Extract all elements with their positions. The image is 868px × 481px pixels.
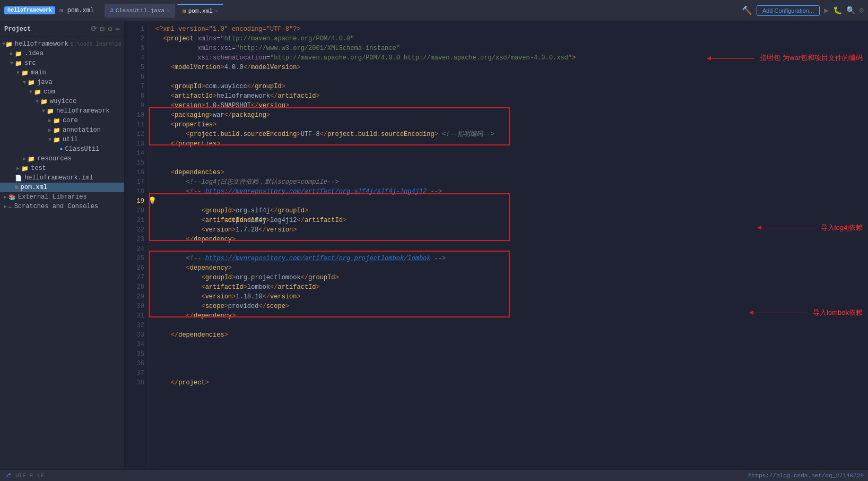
- tab-classutil[interactable]: J ClassUtil.java ✕: [105, 4, 175, 18]
- annotation-lombok-line: [749, 313, 808, 313]
- annotation-log4j-label: 导入log4j依赖: [821, 224, 863, 231]
- helloframework-arrow: ▼: [40, 108, 47, 114]
- sidebar-title: Project: [4, 25, 31, 33]
- file-title: pom.xml: [67, 7, 94, 14]
- tab-classutil-label: ClassUtil.java: [116, 7, 164, 14]
- code-line-17: <!--log4j日志文件依赖，默认scope=compile-->: [155, 177, 688, 187]
- sidebar-item-java[interactable]: ▼ 📁 java: [0, 78, 124, 87]
- sidebar-item-com[interactable]: ▼ 📁 com: [0, 87, 124, 97]
- code-line-15: [155, 158, 688, 168]
- src-arrow: ▼: [8, 61, 15, 66]
- code-line-23: </dependency>: [155, 235, 688, 244]
- search-icon[interactable]: 🔍: [846, 6, 855, 15]
- tab-close-classutil[interactable]: ✕: [167, 7, 170, 14]
- code-line-3: xmlns:xsi="http://www.w3.org/2001/XMLSch…: [155, 44, 688, 53]
- sidebar-item-scratches[interactable]: ▶ ✏ Scratches and Consoles: [0, 202, 124, 211]
- code-line-18: <!-- https://mvnrepository.com/artifact/…: [155, 187, 688, 196]
- helloframework-folder-icon: 📁: [47, 108, 54, 115]
- annotation-lombok-label: 导入lombok依赖: [813, 308, 863, 316]
- code-line-28: <artifactId>lombok</artifactId>: [155, 282, 688, 292]
- sidebar-item-util[interactable]: ▼ 📁 util: [0, 135, 124, 144]
- tree-root[interactable]: ▼ 📁 helloframework E:\code_learn\10_spri…: [0, 39, 124, 49]
- code-line-35: [155, 349, 688, 359]
- java-label: java: [37, 79, 53, 86]
- sidebar-header-icons: ⟳ ⊟ ⚙ ⋯: [91, 24, 120, 33]
- code-line-6: [155, 72, 688, 82]
- root-folder-icon: 📁: [5, 41, 13, 48]
- code-line-24: [155, 244, 688, 254]
- sidebar-item-core[interactable]: ▶ 📁 core: [0, 116, 124, 125]
- add-config-button[interactable]: Add Configuration...: [757, 5, 820, 16]
- core-label: core: [63, 117, 78, 124]
- code-line-4: xsi:schemaLocation="http://maven.apache.…: [155, 53, 688, 63]
- code-line-16: <dependencies>: [155, 168, 688, 177]
- code-line-25: <!-- https://mvnrepository.com/artifact/…: [155, 254, 688, 263]
- run-icon[interactable]: ▶: [824, 6, 828, 15]
- collapse-icon[interactable]: ⊟: [100, 24, 105, 33]
- code-line-11: <properties>: [155, 120, 688, 130]
- top-bar: helloframework m pom.xml J ClassUtil.jav…: [0, 0, 868, 21]
- sidebar-item-helloframework[interactable]: ▼ 📁 helloframework: [0, 106, 124, 116]
- root-path: E:\code_learn\10_spring_source_co: [71, 41, 124, 47]
- code-line-14: [155, 149, 688, 158]
- ext-libs-arrow: ▶: [2, 194, 8, 200]
- maven-indicator: m: [59, 7, 63, 14]
- scratches-icon: ✏: [8, 203, 12, 210]
- code-line-33: </dependencies>: [155, 330, 688, 340]
- code-line-19: 💡 <dependency>: [155, 196, 688, 206]
- annotation-lombok-arrow: [749, 311, 753, 315]
- annotation-log4j-line: [757, 228, 815, 228]
- code-line-26: <dependency>: [155, 263, 688, 273]
- sidebar-item-main[interactable]: ▼ 📁 main: [0, 68, 124, 78]
- sidebar-item-iml[interactable]: 📄 helloframework.iml: [0, 173, 124, 183]
- sidebar-item-src[interactable]: ▼ 📁 src: [0, 58, 124, 68]
- util-label: util: [63, 136, 78, 143]
- core-folder-icon: 📁: [53, 117, 60, 124]
- util-arrow: ▼: [47, 137, 53, 143]
- tab-pomxml[interactable]: m pom.xml ✕: [177, 4, 223, 18]
- sidebar-item-test[interactable]: ▶ 📁 test: [0, 164, 124, 173]
- iml-label: helloframework.iml: [24, 174, 93, 182]
- annotation-packaging-line: [707, 58, 754, 59]
- sidebar-item-annotation[interactable]: ▶ 📁 annotation: [0, 125, 124, 135]
- app-logo: helloframework: [4, 6, 55, 14]
- annotation-label: annotation: [63, 126, 101, 134]
- scratches-arrow: ▶: [2, 203, 8, 210]
- sidebar: Project ⟳ ⊟ ⚙ ⋯ ▼ 📁 helloframework E:\co…: [0, 21, 125, 469]
- annotation-packaging-label: 指明包 为war包和项目文件的编码: [760, 54, 863, 62]
- wuyiccc-folder-icon: 📁: [40, 98, 48, 105]
- code-line-12: <project.build.sourceEncoding>UTF-8</pro…: [155, 130, 688, 139]
- code-line-7: <groupId>com.wuyiccc</groupId>: [155, 82, 688, 91]
- more-icon[interactable]: ⋯: [116, 24, 120, 33]
- sidebar-item-idea[interactable]: ▶ 📁 .idea: [0, 49, 124, 58]
- code-line-34: [155, 340, 688, 349]
- sync-icon[interactable]: ⟳: [91, 24, 97, 33]
- gear-icon[interactable]: ⚙: [860, 6, 864, 15]
- code-line-30: <scope>provided</scope>: [155, 302, 688, 311]
- sidebar-item-wuyiccc[interactable]: ▼ 📁 wuyiccc: [0, 97, 124, 106]
- idea-arrow: ▶: [8, 50, 15, 57]
- tab-close-pomxml[interactable]: ✕: [215, 8, 218, 14]
- annotation-packaging-group: 指明包 为war包和项目文件的编码: [760, 53, 863, 63]
- bulb-icon: 💡: [149, 196, 157, 206]
- pomxml-icon: m: [15, 184, 19, 191]
- annotation-log4j-arrow: [757, 226, 761, 230]
- resources-folder-icon: 📁: [28, 156, 35, 162]
- sidebar-item-ext-libs[interactable]: ▶ 📚 External Libraries: [0, 192, 124, 202]
- editor-tabs-top: J ClassUtil.java ✕ m pom.xml ✕: [105, 4, 223, 18]
- status-bar: ⎇ UTF-8 LF https://blog.csdn.net/qq_2714…: [0, 469, 868, 481]
- iml-icon: 📄: [15, 175, 22, 182]
- resources-arrow: ▶: [21, 156, 28, 162]
- line-numbers: 1 2 3 4 5 6 7 8 9 10 11 12 13 14 15 16 1…: [125, 21, 149, 469]
- status-encoding: UTF-8: [15, 473, 33, 479]
- sidebar-item-pomxml[interactable]: m pom.xml: [0, 183, 124, 192]
- sidebar-item-resources[interactable]: ▶ 📁 resources: [0, 154, 124, 164]
- pomxml-label: pom.xml: [21, 184, 47, 191]
- code-line-5: <modelVersion>4.0.0</modelVersion>: [155, 63, 688, 72]
- code-line-21: <artifactId>slf4j-log4j12</artifactId>: [155, 216, 688, 225]
- sidebar-item-classutil[interactable]: ● ClassUtil: [0, 144, 124, 154]
- code-line-27: <groupId>org.projectlombok</groupId>: [155, 273, 688, 282]
- debug-icon[interactable]: 🐛: [833, 6, 842, 15]
- settings-icon[interactable]: ⚙: [108, 24, 112, 33]
- code-content[interactable]: <?xml version="1.0" encoding="UTF-8"?> <…: [149, 21, 688, 469]
